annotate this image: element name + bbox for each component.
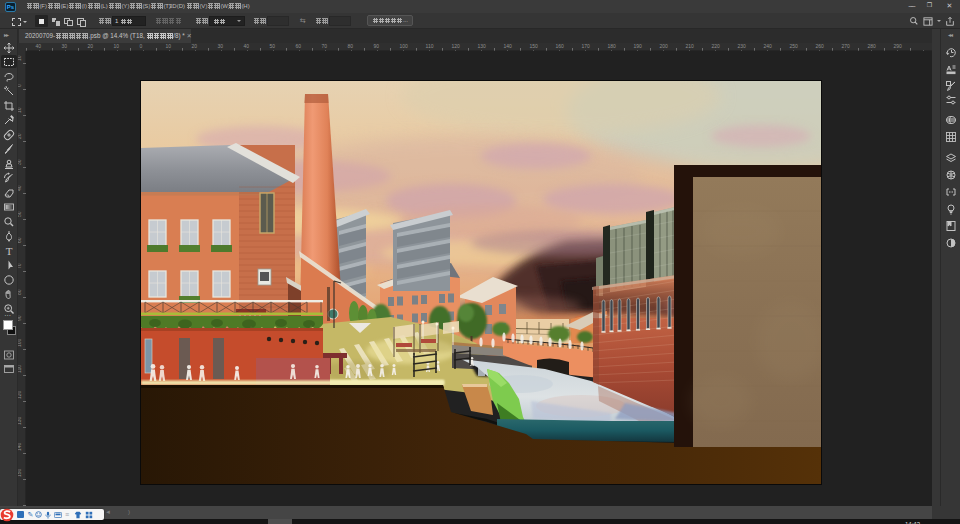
svg-text:T: T (6, 245, 13, 257)
